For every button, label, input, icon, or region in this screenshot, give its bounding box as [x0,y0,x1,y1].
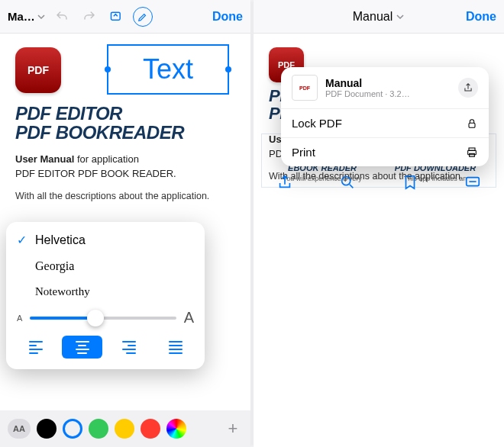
lock-icon [466,117,478,130]
font-option-helvetica[interactable]: ✓ Helvetica [6,227,205,253]
color-black[interactable] [37,419,57,439]
doc-description: With all the descriptions about the appl… [269,171,489,182]
content-area: PDF PE PDF BOOKREADER User Manual for ap… [254,34,504,447]
font-label: Noteworthy [35,285,90,298]
align-justify-button[interactable] [155,336,195,359]
doc-subheading: User Manual for application PDF EDITOR P… [15,153,235,182]
feature-blurb: You will experience a very [270,175,375,182]
toolbar: Ma… Done [0,0,250,34]
chevron-down-icon [396,12,405,21]
heading-line2: PDF BOOKREADER [15,122,184,143]
bookmark-icon[interactable] [402,174,418,191]
color-picker-wheel[interactable] [166,419,186,439]
checkmark-icon: ✓ [17,233,27,247]
add-shape-button[interactable]: + [223,419,243,439]
menu-label: Lock PDF [292,117,458,130]
color-blue-selected[interactable] [63,419,82,439]
font-size-slider-row: A A [6,304,205,331]
align-left-button[interactable] [15,336,56,359]
menu-label: Print [292,146,458,159]
menu-doc-title: Manual [325,77,451,89]
menu-doc-subtitle: PDF Document · 3.2… [325,89,451,98]
doc-heading: PDF EDITOR PDF BOOKREADER [15,104,235,142]
search-icon[interactable] [339,174,356,191]
annotate-icon[interactable] [464,174,481,191]
document-menu-popover: PDF Manual PDF Document · 3.2… Lock PDF … [281,67,489,166]
pdf-app-icon: PDF [15,47,61,93]
share-icon[interactable] [458,78,478,98]
doc-title-text: Manual [353,10,393,24]
svg-rect-6 [470,153,475,156]
color-toolbar: AA + [0,410,250,447]
undo-button[interactable] [50,5,73,28]
menu-doc-info[interactable]: PDF Manual PDF Document · 3.2… [281,67,489,109]
selected-text-box[interactable]: Text [107,44,229,95]
small-a-icon: A [17,314,22,323]
doc-title[interactable]: Manual [333,10,425,24]
document-canvas[interactable]: PDF Text PDF EDITOR PDF BOOKREADER User … [0,34,250,410]
menu-print[interactable]: Print [281,138,489,166]
print-icon [466,146,478,159]
doc-thumbnail-icon: PDF [292,75,318,101]
feature-blurb: This app includes an [383,175,488,182]
redo-button[interactable] [78,5,101,28]
done-button[interactable]: Done [212,10,243,24]
big-a-icon: A [184,309,194,326]
alignment-row [6,331,205,363]
screenshot-left: Ma… Done PDF Text PDF EDITOR PDF BOOKREA… [0,0,250,447]
svg-rect-2 [467,177,480,185]
align-center-button[interactable] [62,336,102,359]
doc-title-text: Ma… [8,10,35,23]
svg-rect-3 [469,123,475,127]
markup-tools-button[interactable] [133,7,153,27]
svg-point-1 [342,177,351,185]
font-option-georgia[interactable]: Georgia [6,253,205,279]
menu-lock-pdf[interactable]: Lock PDF [281,109,489,138]
color-green[interactable] [89,419,108,439]
font-picker-popover: ✓ Helvetica Georgia Noteworthy A A [6,222,205,369]
font-size-slider[interactable] [30,317,176,320]
share-icon[interactable] [276,174,293,191]
chevron-down-icon [37,12,46,21]
align-right-button[interactable] [108,336,149,359]
font-label: Georgia [35,259,74,273]
doc-description: With all the descriptions about the appl… [15,191,235,201]
heading-line1: PDF EDITOR [15,103,122,124]
color-yellow[interactable] [115,419,134,439]
screenshot-right: Manual Done PDF PE PDF BOOKREADER User M… [254,0,504,447]
color-red[interactable] [141,419,160,439]
toolbar: Manual Done [254,0,504,34]
text-style-button[interactable]: AA [8,419,31,439]
annotate-button[interactable] [105,5,128,28]
slider-knob[interactable] [87,310,104,326]
doc-title[interactable]: Ma… [8,10,46,23]
font-label: Helvetica [35,233,86,247]
font-option-noteworthy[interactable]: Noteworthy [6,279,205,304]
done-button[interactable]: Done [466,10,496,24]
bottom-tabbar [254,174,504,191]
